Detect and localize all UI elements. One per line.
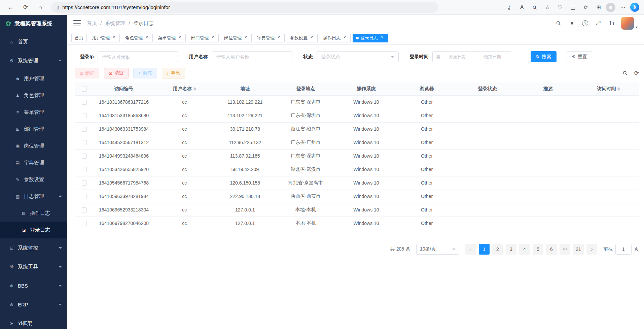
home-icon[interactable]: ⌂: [34, 2, 46, 13]
prev-page-button[interactable]: ‹: [465, 244, 476, 255]
row-checkbox[interactable]: [82, 154, 87, 159]
favorites-add-icon[interactable]: ☆: [542, 2, 553, 13]
unlock-button[interactable]: ⚷ 解锁: [133, 68, 157, 78]
app-logo[interactable]: ✿ 意框架管理系统: [0, 15, 67, 32]
breadcrumb-item[interactable]: 系统管理: [97, 20, 125, 27]
close-tab-icon[interactable]: [342, 35, 347, 40]
close-tab-icon[interactable]: [380, 35, 385, 40]
column-header-select[interactable]: [75, 83, 94, 95]
table-row[interactable]: 1641043063331753984cc39.171.210.78浙江省-绍兴…: [75, 122, 639, 136]
cell-select[interactable]: [75, 122, 94, 136]
tab-roles[interactable]: 角色管理: [122, 34, 153, 42]
sidebar-item-system[interactable]: ⚙ 系统管理: [0, 51, 67, 70]
page-4[interactable]: 4: [519, 244, 530, 255]
page-size-select[interactable]: 10条/页: [416, 244, 459, 255]
page-6[interactable]: 6: [546, 244, 557, 255]
tab-home[interactable]: 首页: [71, 34, 87, 42]
refresh-table-icon[interactable]: ⟳: [634, 70, 639, 77]
fullscreen-icon[interactable]: ⤢: [595, 20, 602, 27]
row-checkbox[interactable]: [82, 167, 87, 172]
sidebar-item-operation-log[interactable]: ⊟ 操作日志: [0, 205, 67, 222]
sidebar-item-dictionary[interactable]: ▤ 字典管理: [0, 154, 67, 171]
tab-dictionary[interactable]: 字典管理: [254, 34, 285, 42]
sidebar-item-parameters[interactable]: ✎ 参数设置: [0, 171, 67, 188]
read-aloud-icon[interactable]: A: [516, 2, 527, 13]
site-info-icon[interactable]: ▯: [57, 5, 59, 10]
sidebar-item-erp[interactable]: ⊛ ERP: [0, 295, 67, 314]
cell-select[interactable]: [75, 149, 94, 163]
cell-select[interactable]: [75, 217, 94, 230]
browser-essentials-icon[interactable]: ♡: [555, 2, 566, 13]
search-button[interactable]: ⚲ 搜索: [531, 51, 557, 62]
collections-icon[interactable]: ⊞: [593, 2, 604, 13]
table-row[interactable]: 1641031533185863680cc113.102.129.221广东省-…: [75, 109, 639, 122]
cell-select[interactable]: [75, 190, 94, 203]
tab-menus[interactable]: 菜单管理: [155, 34, 186, 42]
cell-select[interactable]: [75, 95, 94, 109]
row-checkbox[interactable]: [82, 207, 87, 212]
sort-caret-icon[interactable]: [617, 86, 620, 92]
page-5[interactable]: 5: [533, 244, 543, 255]
user-name-input[interactable]: [212, 51, 292, 62]
sidebar-item-posts[interactable]: ▣ 岗位管理: [0, 137, 67, 154]
page-ellipsis[interactable]: •••: [560, 244, 570, 255]
address-bar[interactable]: ▯ https://ccnetcore.com:1101/system/log/…: [51, 2, 438, 13]
refresh-icon[interactable]: ⟳: [20, 2, 32, 13]
settings-menu-icon[interactable]: ⋯: [617, 2, 628, 13]
close-tab-icon[interactable]: [309, 35, 314, 40]
sort-caret-icon[interactable]: [193, 86, 196, 92]
page-21[interactable]: 21: [573, 244, 584, 255]
cell-select[interactable]: [75, 203, 94, 217]
reset-button[interactable]: ⟲ 重置: [567, 51, 592, 62]
login-time-range-picker[interactable]: ▦ 开始日期 - 结束日期: [432, 51, 511, 62]
hamburger-icon[interactable]: [73, 20, 81, 26]
cell-select[interactable]: [75, 176, 94, 190]
tab-departments[interactable]: 部门管理: [188, 34, 219, 42]
close-tab-icon[interactable]: [243, 35, 248, 40]
row-checkbox[interactable]: [82, 140, 87, 145]
cell-select[interactable]: [75, 109, 94, 122]
sidebar-item-home[interactable]: ⌂ 首页: [0, 32, 67, 51]
row-checkbox[interactable]: [82, 194, 87, 199]
jump-page-input[interactable]: [615, 244, 632, 255]
sidebar-item-login-log[interactable]: ◪ 登录日志: [0, 222, 67, 238]
help-icon[interactable]: ?: [582, 20, 588, 26]
sidebar-item-yi-framework[interactable]: ➤ Yi框架: [0, 314, 67, 329]
github-icon[interactable]: ●: [569, 20, 575, 27]
close-tab-icon[interactable]: [177, 35, 182, 40]
column-header-user_name[interactable]: 用户名称: [154, 83, 215, 95]
tab-operation-log[interactable]: 操作日志: [320, 34, 351, 42]
page-1[interactable]: 1: [479, 244, 490, 255]
copilot-icon[interactable]: b: [630, 3, 639, 12]
tab-login-log[interactable]: 登录日志: [353, 34, 388, 42]
delete-button[interactable]: ⊠ 删除: [75, 68, 99, 78]
row-checkbox[interactable]: [82, 127, 87, 132]
table-row[interactable]: 1641044520567181312cc112.96.225.132广东省-广…: [75, 136, 639, 149]
table-row[interactable]: 1641069652933218304cc127.0.0.1本地-本机Windo…: [75, 203, 639, 217]
user-avatar[interactable]: [621, 17, 638, 30]
close-tab-icon[interactable]: [210, 35, 215, 40]
sidebar-item-monitor[interactable]: ⊡ 系统监控: [0, 238, 67, 257]
table-row[interactable]: 1641044993248464896cc113.87.92.165广东省-深圳…: [75, 149, 639, 163]
sidebar-item-departments[interactable]: ⊞ 部门管理: [0, 121, 67, 137]
login-ip-input[interactable]: [98, 51, 178, 62]
sidebar-item-menus[interactable]: ≡ 菜单管理: [0, 104, 67, 121]
search-icon[interactable]: ⚲: [553, 18, 564, 28]
sidebar-item-users[interactable]: ☻ 用户管理: [0, 70, 67, 87]
font-size-icon[interactable]: Tт: [608, 20, 615, 27]
export-button[interactable]: ↓ 导出: [162, 68, 185, 78]
sidebar-item-roles[interactable]: ♟ 角色管理: [0, 87, 67, 104]
row-checkbox[interactable]: [82, 113, 87, 118]
tab-users[interactable]: 用户管理: [89, 34, 120, 42]
table-row[interactable]: 1641053426655825920cc58.19.42.209湖北省-武汉市…: [75, 163, 639, 176]
close-tab-icon[interactable]: [144, 35, 149, 40]
page-3[interactable]: 3: [506, 244, 516, 255]
row-checkbox[interactable]: [82, 100, 87, 105]
table-row[interactable]: 1641054566717984768cc120.6.150.158河北省-秦皇…: [75, 176, 639, 190]
next-page-button[interactable]: ›: [586, 244, 597, 255]
close-tab-icon[interactable]: [276, 35, 281, 40]
back-icon[interactable]: ←: [5, 2, 17, 13]
profile-avatar-icon[interactable]: ☻: [606, 3, 615, 12]
sidebar-item-tools[interactable]: ⚒ 系统工具: [0, 257, 67, 276]
tab-parameters[interactable]: 参数设置: [287, 34, 318, 42]
